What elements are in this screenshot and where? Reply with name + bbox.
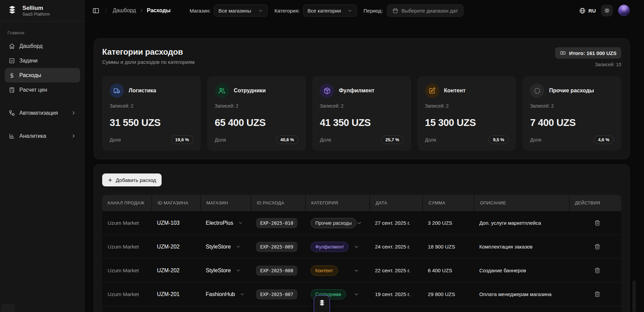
cell-date: 24 сент. 2025 г. bbox=[369, 235, 422, 258]
sidebar-toggle-icon[interactable] bbox=[92, 7, 99, 14]
sidebar-item-tasks[interactable]: Задачи bbox=[5, 53, 80, 68]
user-avatar[interactable] bbox=[618, 5, 630, 16]
chevron-down-icon[interactable] bbox=[356, 220, 362, 226]
total-badge: Итого: 161 000 UZS bbox=[555, 47, 621, 59]
cell-description: Создание баннеров bbox=[474, 259, 569, 282]
add-expense-label: Добавить расход bbox=[116, 177, 156, 183]
sidebar-item-expenses[interactable]: Расходы bbox=[5, 68, 80, 82]
breadcrumb: Дашборд Расходы bbox=[113, 7, 170, 14]
chevron-right-icon bbox=[71, 133, 76, 139]
table-row: Uzum Market UZM-103 ElectroPlus EXP-2025… bbox=[102, 211, 621, 235]
page-subtitle: Суммы и доли расходов по категориям bbox=[102, 59, 195, 65]
category-badge[interactable]: Контент bbox=[311, 265, 338, 276]
date-range-button[interactable]: Выберите диапазон дат bbox=[387, 4, 463, 17]
category-badge[interactable]: Прочие расходы bbox=[311, 218, 356, 228]
cell-date: 19 сент. 2025 г. bbox=[369, 282, 422, 306]
trash-icon bbox=[594, 291, 601, 297]
share-badge: 25,7 % bbox=[381, 135, 403, 144]
total-badge-text: Итого: 161 000 UZS bbox=[569, 50, 617, 56]
category-card-misc: Прочие расходы Записей: 2 7 400 UZS Доля… bbox=[522, 76, 621, 151]
category-records: Записей: 2 bbox=[320, 103, 404, 109]
store-filter-label: Магазин: bbox=[189, 8, 210, 14]
sidebar-item-label: Расчет цен bbox=[19, 87, 47, 93]
delete-row-button[interactable] bbox=[593, 266, 602, 275]
cell-amount: 18 900 UZS bbox=[422, 235, 474, 258]
category-card-logistics: Логистика Записей: 2 31 550 UZS Доля 19,… bbox=[102, 76, 201, 151]
expense-id-badge: EXP-2025-008 bbox=[256, 265, 297, 276]
summary-totals: Итого: 161 000 UZS Записей: 10 bbox=[555, 47, 621, 67]
table-row: Uzum Market UZM-201 FashionHub EXP-2025-… bbox=[102, 306, 621, 312]
add-expense-button[interactable]: Добавить расход bbox=[102, 173, 162, 186]
users-icon bbox=[215, 84, 229, 98]
col-header-description: ОПИСАНИЕ bbox=[474, 195, 569, 211]
category-amount: 41 350 UZS bbox=[320, 117, 404, 128]
expense-id-badge: EXP-2025-009 bbox=[256, 242, 297, 252]
chevron-down-icon[interactable] bbox=[354, 292, 359, 297]
language-switcher[interactable]: RU bbox=[579, 7, 596, 14]
store-select[interactable]: ElectroPlus bbox=[206, 220, 243, 226]
store-select[interactable]: FashionHub bbox=[206, 291, 245, 297]
expense-id-badge: EXP-2025-010 bbox=[256, 218, 297, 228]
chevron-down-icon bbox=[240, 292, 245, 297]
share-label: Доля bbox=[320, 137, 331, 143]
topbar-right: RU bbox=[579, 5, 630, 16]
sun-icon bbox=[604, 7, 610, 14]
sidebar-item-dashboard[interactable]: Дашборд bbox=[5, 39, 80, 53]
cell-description: Комплектация заказов bbox=[474, 235, 569, 258]
trash-icon bbox=[594, 243, 601, 250]
sidebar-item-pricing[interactable]: Расчет цен bbox=[5, 82, 80, 97]
chevron-down-icon[interactable] bbox=[354, 244, 359, 250]
chevron-down-icon bbox=[258, 8, 263, 13]
breadcrumb-parent[interactable]: Дашборд bbox=[113, 7, 136, 14]
delete-row-button[interactable] bbox=[593, 290, 602, 299]
language-code: RU bbox=[588, 8, 596, 14]
sellium-logo-icon bbox=[317, 299, 327, 308]
category-records: Записей: 2 bbox=[110, 103, 194, 109]
date-range-placeholder: Выберите диапазон дат bbox=[402, 8, 458, 14]
delete-row-button[interactable] bbox=[593, 242, 602, 251]
cell-description: Доп. услуги маркетплейса bbox=[474, 211, 569, 235]
category-filter-label: Категория: bbox=[274, 8, 299, 14]
sidebar: Sellium SaaS Platform Главное Дашборд За… bbox=[0, 0, 85, 312]
sidebar-item-label: Автоматизация bbox=[19, 110, 58, 116]
share-badge: 40,6 % bbox=[276, 135, 298, 144]
store-filter-select[interactable]: Все магазины bbox=[214, 4, 268, 17]
app-logo[interactable]: Sellium SaaS Platform bbox=[0, 0, 85, 21]
summary-heading: Категории расходов Суммы и доли расходов… bbox=[102, 47, 195, 65]
col-header-store: МАГАЗИН bbox=[200, 195, 251, 211]
bar-chart-icon bbox=[9, 133, 15, 139]
sidebar-item-analytics[interactable]: Аналитика bbox=[5, 129, 80, 143]
app-name: Sellium bbox=[22, 5, 50, 12]
share-badge: 19,6 % bbox=[171, 135, 193, 144]
app-logo-text: Sellium SaaS Platform bbox=[22, 5, 50, 17]
cell-store-id: UZM-202 bbox=[151, 235, 200, 258]
chevron-down-icon[interactable] bbox=[354, 268, 359, 273]
dollar-icon bbox=[9, 72, 15, 78]
category-badge[interactable]: Фулфилмент bbox=[311, 242, 349, 252]
home-icon bbox=[9, 43, 15, 49]
category-records: Записей: 2 bbox=[425, 103, 509, 109]
table-header-row: КАНАЛ ПРОДАЖ ID МАГАЗИНА МАГАЗИН ID РАСХ… bbox=[102, 195, 621, 211]
dashed-circle-icon bbox=[530, 84, 544, 98]
calculator-icon bbox=[9, 87, 15, 93]
table-row: Uzum Market UZM-202 StyleStore EXP-2025-… bbox=[102, 258, 621, 282]
chevron-down-icon bbox=[238, 220, 243, 225]
store-select[interactable]: StyleStore bbox=[206, 268, 241, 274]
category-amount: 65 400 UZS bbox=[215, 117, 299, 128]
store-select[interactable]: StyleStore bbox=[206, 244, 241, 250]
corner-widget[interactable] bbox=[1, 304, 15, 312]
category-filter-select[interactable]: Все категории bbox=[303, 4, 357, 17]
package-icon bbox=[320, 84, 334, 98]
theme-toggle-button[interactable] bbox=[601, 5, 613, 16]
category-records: Записей: 2 bbox=[215, 103, 299, 109]
scrollbar-thumb[interactable] bbox=[632, 280, 636, 312]
sidebar-item-automation[interactable]: Автоматизация bbox=[5, 106, 80, 120]
records-total: Записей: 10 bbox=[595, 62, 621, 67]
share-badge: 4,6 % bbox=[594, 135, 614, 144]
globe-icon bbox=[579, 7, 586, 14]
col-header-expense-id: ID РАСХОДА bbox=[251, 195, 305, 211]
expenses-table: КАНАЛ ПРОДАЖ ID МАГАЗИНА МАГАЗИН ID РАСХ… bbox=[102, 195, 621, 312]
category-name: Сотрудники bbox=[234, 88, 266, 94]
app-root: Sellium SaaS Platform Главное Дашборд За… bbox=[0, 0, 644, 312]
delete-row-button[interactable] bbox=[593, 218, 602, 227]
